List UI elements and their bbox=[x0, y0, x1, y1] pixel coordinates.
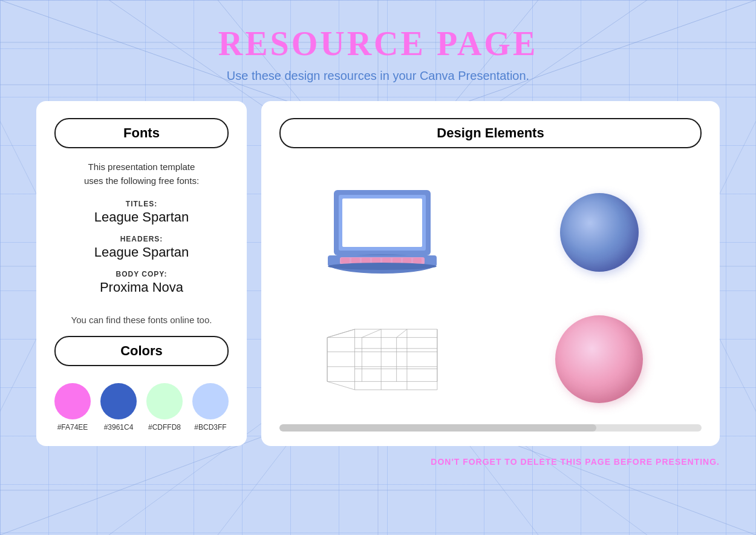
pink-sphere bbox=[555, 315, 643, 403]
body-label: BODY COPY: bbox=[54, 270, 229, 278]
pink-sphere-element bbox=[497, 304, 702, 415]
swatch-circle-blue bbox=[100, 383, 137, 419]
svg-line-55 bbox=[396, 329, 406, 338]
svg-line-46 bbox=[327, 381, 354, 390]
svg-rect-28 bbox=[342, 199, 422, 247]
svg-line-54 bbox=[362, 329, 381, 338]
design-card: Design Elements bbox=[261, 101, 720, 446]
swatch-pink: #FA74EE bbox=[54, 383, 91, 432]
footer-warning: DON'T FORGET TO DELETE THIS PAGE BEFORE … bbox=[36, 457, 720, 467]
headers-label: HEADERS: bbox=[54, 235, 229, 243]
laptop-svg bbox=[322, 184, 443, 281]
svg-rect-35 bbox=[372, 258, 380, 263]
body-font: Proxima Nova bbox=[54, 280, 229, 295]
fonts-intro: This presentation templateuses the follo… bbox=[54, 160, 229, 188]
wireframe-element bbox=[279, 304, 484, 415]
color-swatches: #FA74EE #3961C4 #CDFFD8 #BCD3FF bbox=[54, 383, 229, 432]
swatch-label-blue: #3961C4 bbox=[104, 423, 134, 432]
svg-point-40 bbox=[328, 263, 437, 270]
cards-row: Fonts This presentation templateuses the… bbox=[36, 101, 720, 446]
design-elements-header: Design Elements bbox=[279, 118, 702, 148]
headers-section: HEADERS: League Spartan bbox=[54, 235, 229, 260]
scrollbar-thumb bbox=[279, 424, 596, 432]
svg-rect-37 bbox=[393, 258, 401, 263]
swatch-circle-mint bbox=[146, 383, 183, 419]
swatch-label-mint: #CDFFD8 bbox=[148, 423, 181, 432]
swatch-label-lightblue: #BCD3FF bbox=[194, 423, 226, 432]
titles-font: League Spartan bbox=[54, 209, 229, 225]
page-title: RESOURCE PAGE bbox=[218, 24, 538, 63]
design-scrollbar[interactable] bbox=[279, 424, 702, 432]
main-content: RESOURCE PAGE Use these design resources… bbox=[0, 0, 756, 535]
find-fonts-text: You can find these fonts online too. bbox=[54, 315, 229, 325]
titles-section: TITLES: League Spartan bbox=[54, 200, 229, 225]
swatch-circle-lightblue bbox=[192, 383, 229, 419]
svg-rect-32 bbox=[341, 258, 350, 263]
swatch-blue: #3961C4 bbox=[100, 383, 137, 432]
body-section: BODY COPY: Proxima Nova bbox=[54, 270, 229, 295]
svg-rect-36 bbox=[382, 258, 391, 263]
svg-rect-39 bbox=[413, 258, 422, 263]
laptop-element bbox=[279, 172, 484, 292]
svg-line-53 bbox=[327, 329, 354, 338]
fonts-card: Fonts This presentation templateuses the… bbox=[36, 101, 247, 446]
swatch-mint: #CDFFD8 bbox=[146, 383, 183, 432]
wireframe-svg bbox=[322, 326, 443, 393]
svg-rect-38 bbox=[403, 258, 411, 263]
blue-sphere bbox=[560, 193, 639, 272]
svg-rect-33 bbox=[351, 258, 360, 263]
design-elements-grid bbox=[279, 172, 702, 415]
page-subtitle: Use these design resources in your Canva… bbox=[227, 69, 529, 83]
titles-label: TITLES: bbox=[54, 200, 229, 208]
headers-font: League Spartan bbox=[54, 245, 229, 260]
svg-rect-34 bbox=[362, 258, 370, 263]
fonts-header: Fonts bbox=[54, 118, 229, 148]
swatch-label-pink: #FA74EE bbox=[57, 423, 88, 432]
swatch-circle-pink bbox=[54, 383, 91, 419]
colors-header: Colors bbox=[54, 336, 229, 366]
blue-sphere-element bbox=[497, 172, 702, 292]
swatch-lightblue: #BCD3FF bbox=[192, 383, 229, 432]
